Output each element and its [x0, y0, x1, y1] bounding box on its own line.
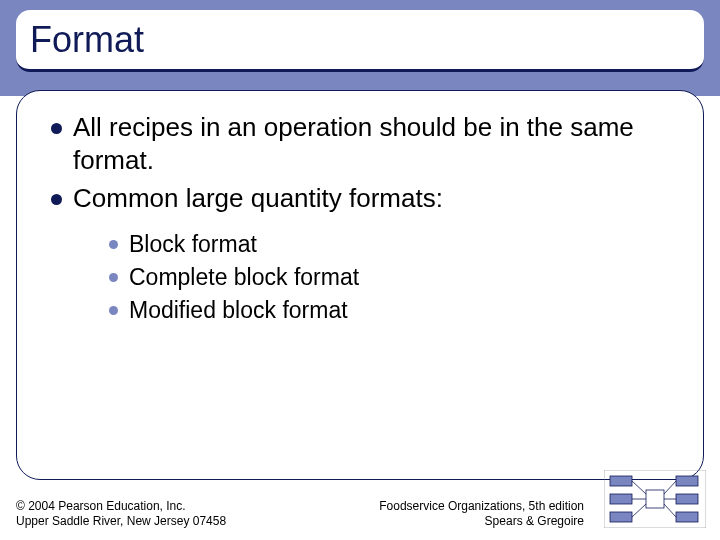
footer-left: © 2004 Pearson Education, Inc. Upper Sad… — [16, 499, 226, 530]
footer: © 2004 Pearson Education, Inc. Upper Sad… — [16, 496, 704, 530]
svg-rect-2 — [610, 494, 632, 504]
bullet-list-level1: All recipes in an operation should be in… — [51, 111, 677, 326]
svg-rect-4 — [676, 476, 698, 486]
copyright-line: © 2004 Pearson Education, Inc. — [16, 499, 226, 515]
svg-line-13 — [664, 504, 676, 517]
list-item: Modified block format — [109, 295, 677, 326]
list-item: Block format — [109, 229, 677, 260]
content-panel: All recipes in an operation should be in… — [16, 90, 704, 480]
list-item: Common large quantity formats: Block for… — [51, 182, 677, 326]
svg-line-8 — [632, 481, 646, 494]
slide: Format All recipes in an operation shoul… — [0, 0, 720, 540]
slide-title: Format — [30, 19, 144, 61]
bullet-text: Block format — [129, 231, 257, 257]
svg-rect-6 — [676, 512, 698, 522]
book-title-line: Foodservice Organizations, 5th edition — [379, 499, 584, 515]
address-line: Upper Saddle River, New Jersey 07458 — [16, 514, 226, 530]
flowchart-icon — [604, 470, 706, 528]
list-item: All recipes in an operation should be in… — [51, 111, 677, 178]
svg-line-10 — [632, 504, 646, 517]
svg-rect-7 — [646, 490, 664, 508]
title-panel: Format — [16, 10, 704, 72]
bullet-text: Common large quantity formats: — [73, 183, 443, 213]
bullet-text: Modified block format — [129, 297, 348, 323]
bullet-text: All recipes in an operation should be in… — [73, 112, 634, 175]
svg-rect-1 — [610, 476, 632, 486]
bullet-list-level2: Block format Complete block format Modif… — [109, 229, 677, 326]
authors-line: Spears & Gregoire — [379, 514, 584, 530]
svg-line-11 — [664, 481, 676, 494]
bullet-text: Complete block format — [129, 264, 359, 290]
svg-rect-5 — [676, 494, 698, 504]
svg-rect-3 — [610, 512, 632, 522]
list-item: Complete block format — [109, 262, 677, 293]
